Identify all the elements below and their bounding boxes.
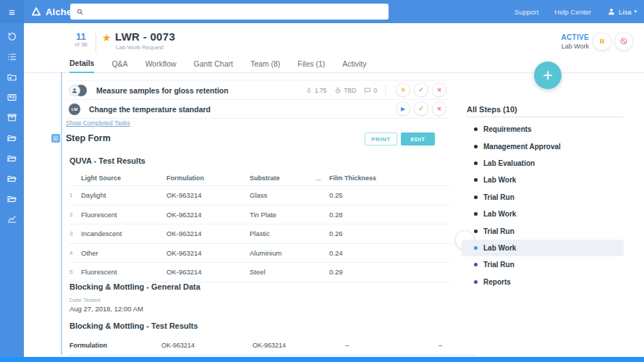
folder-icon[interactable] <box>0 188 24 209</box>
header-divider <box>96 33 96 52</box>
step-label: Lab Work <box>483 244 516 252</box>
step-bullet-icon <box>474 246 478 250</box>
cell-substrate: Plastic <box>250 230 308 237</box>
cell-formulation: OK-963214 <box>166 191 250 199</box>
avatar-initials: LM <box>69 104 80 115</box>
step-item-lab-work[interactable]: Lab Work <box>462 240 624 256</box>
step-item-lab-work[interactable]: Lab Work <box>462 172 624 188</box>
cell-formulation: OK-963214 <box>166 211 250 219</box>
user-menu[interactable]: Lisa ▾ <box>607 7 637 16</box>
cancel-task-button[interactable]: ✕ <box>432 83 446 97</box>
table-row: 5FluorescentOK-963214Steel0.29 <box>69 263 451 282</box>
table-row: 3IncandescentOK-963214Plastic0.26 <box>69 224 451 244</box>
cell-formulation: OK-963214 <box>166 230 250 237</box>
favorite-star-icon[interactable]: ★ <box>102 32 111 43</box>
history-icon[interactable] <box>0 26 24 46</box>
help-center-link[interactable]: Help Center <box>554 8 591 16</box>
checklist-icon[interactable] <box>0 46 24 67</box>
status-block: ACTIVE Lab Work <box>562 33 589 50</box>
cell-formulation: OK-963214 <box>166 249 250 257</box>
cell-substrate: Aluminium <box>250 249 308 257</box>
folder-icon[interactable] <box>0 127 24 148</box>
cancel-icon: ✕ <box>437 87 442 93</box>
folder-media-icon[interactable] <box>0 67 24 87</box>
cancel-task-button[interactable]: ✕ <box>432 101 446 116</box>
user-name: Lisa <box>619 8 631 16</box>
chart-icon[interactable] <box>0 209 24 229</box>
window-bottom-edge <box>0 357 644 362</box>
step-label: Trial Run <box>483 261 514 269</box>
edit-button[interactable]: EDIT <box>401 132 435 146</box>
step-item-reports[interactable]: Reports <box>462 274 624 290</box>
steps-divider <box>467 117 623 117</box>
step-label: Management Approval <box>483 143 561 151</box>
cell-substrate: Glass <box>250 191 308 199</box>
archive-box-icon[interactable] <box>0 107 24 127</box>
step-label: Lab Work <box>483 176 516 184</box>
block-request-button[interactable] <box>614 32 633 51</box>
page-title: LWR - 0073 <box>115 30 175 43</box>
print-button[interactable]: PRINT <box>365 132 397 146</box>
folder-icon[interactable] <box>0 168 24 188</box>
tab-team-8-[interactable]: Team (8) <box>250 59 280 72</box>
section-guide-line <box>61 72 62 355</box>
comment-icon <box>364 87 371 94</box>
pause-task-button[interactable] <box>396 83 410 97</box>
step-bullet-icon <box>474 145 478 148</box>
cell-film-thickness: 0.29 <box>329 268 451 276</box>
step-item-requirements[interactable]: Requirements <box>462 121 624 138</box>
blocking-general-title: Blocking & Mottling - General Data <box>69 282 200 291</box>
col-formulation: Formulation <box>166 174 250 182</box>
record-index: 11 <box>75 32 88 41</box>
tab-details[interactable]: Details <box>69 59 94 73</box>
step-item-trial-run[interactable]: Trial Run <box>462 222 624 239</box>
tab-gantt-chart[interactable]: Gantt Chart <box>194 59 233 72</box>
global-search[interactable] <box>70 4 389 20</box>
step-item-management-approval[interactable]: Management Approval <box>462 138 624 154</box>
show-completed-tasks-link[interactable]: Show Completed Tasks <box>66 119 130 127</box>
formulation-value: – <box>438 342 442 349</box>
add-button[interactable]: + <box>534 62 562 89</box>
folder-icon[interactable] <box>0 148 24 168</box>
task-title: Change the temperature standard <box>89 105 211 114</box>
support-link[interactable]: Support <box>514 8 538 16</box>
status-sub-label: Lab Work <box>562 43 589 50</box>
cell-formulation: OK-963214 <box>166 268 250 276</box>
step-bullet-icon <box>474 280 478 284</box>
table-header-row: Light Source Formulation Substrate ↔ Fil… <box>69 171 451 186</box>
tab-activity[interactable]: Activity <box>342 59 366 72</box>
step-label: Trial Run <box>483 193 514 201</box>
check-task-button[interactable]: ✓ <box>414 101 428 116</box>
tab-files-1-[interactable]: Files (1) <box>297 59 325 72</box>
status-badge: ACTIVE <box>562 33 589 41</box>
id-card-icon[interactable] <box>0 87 24 107</box>
stopwatch-icon <box>334 87 342 94</box>
form-grid-icon <box>51 134 60 143</box>
col-light-source: Light Source <box>81 174 166 182</box>
col-film-thickness: Film Thickness <box>329 174 451 182</box>
col-substrate: Substrate <box>250 174 308 182</box>
pause-request-button[interactable] <box>593 32 611 51</box>
step-item-trial-run[interactable]: Trial Run <box>462 256 624 273</box>
play-icon: ▶ <box>401 106 405 112</box>
step-item-lab-work[interactable]: Lab Work <box>462 206 624 222</box>
steps-list: RequirementsManagement ApprovalLab Evalu… <box>462 121 624 290</box>
check-task-button[interactable]: ✓ <box>414 83 428 97</box>
step-item-lab-evaluation[interactable]: Lab Evaluation <box>462 155 624 172</box>
cell-film-thickness: 0.26 <box>329 230 451 237</box>
step-item-trial-run[interactable]: Trial Run <box>462 189 624 206</box>
date-tested-value: Aug 27, 2018, 12:00 AM <box>69 305 143 313</box>
divider <box>385 85 386 95</box>
table-row: 1DaylightOK-963214Glass0.25 <box>69 186 451 206</box>
check-icon: ✓ <box>418 86 424 93</box>
record-total: of 36 <box>75 41 88 48</box>
step-bullet-icon <box>474 212 478 216</box>
tab-workflow[interactable]: Workflow <box>145 59 177 72</box>
play-task-button[interactable]: ▶ <box>396 101 410 116</box>
hamburger-menu-icon[interactable]: ≡ <box>0 0 24 23</box>
search-input[interactable] <box>88 7 383 17</box>
tab-q-a[interactable]: Q&A <box>111 59 127 72</box>
task-title: Measure samples for gloss retention <box>96 86 229 95</box>
step-label: Lab Work <box>483 210 516 218</box>
column-resize-icon[interactable]: ↔ <box>308 174 329 182</box>
